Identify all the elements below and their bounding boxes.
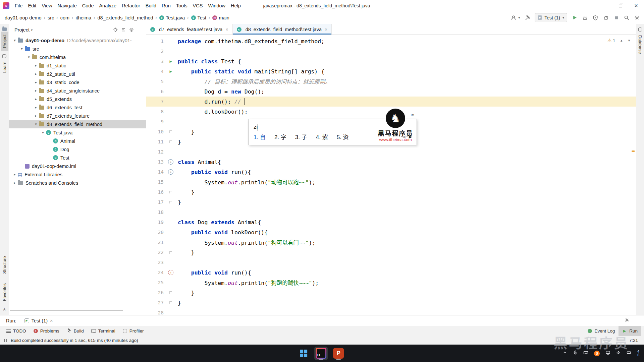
- user-icon[interactable]: [511, 15, 517, 21]
- breadcrumb-item-test[interactable]: cTest: [191, 15, 207, 20]
- run-panel-settings-gear-icon[interactable]: [624, 317, 630, 324]
- code-line[interactable]: 14↓ public void run(){: [146, 167, 636, 177]
- close-tab-icon[interactable]: ×: [225, 27, 228, 32]
- breadcrumb-item-src[interactable]: src: [48, 15, 54, 20]
- tree-item-external-libraries[interactable]: ▸▤External Libraries: [9, 170, 146, 179]
- tree-item-d2-static-util[interactable]: ▸d2_static_util: [9, 70, 146, 78]
- code-line[interactable]: 1package com.itheima.d8_extends_field_me…: [146, 36, 636, 46]
- tool-tab-database[interactable]: Database: [636, 27, 644, 57]
- menu-run[interactable]: Run: [159, 0, 173, 11]
- tree-item-test[interactable]: cTest: [9, 154, 146, 162]
- maximize-button[interactable]: [612, 0, 628, 11]
- code-editor[interactable]: 1package com.itheima.d8_extends_field_me…: [146, 35, 636, 315]
- code-line[interactable]: 23: [146, 257, 636, 267]
- code-line[interactable]: 13↓class Animal{: [146, 157, 636, 167]
- tree-chevron[interactable]: ▸: [33, 105, 39, 110]
- code-line[interactable]: 20 public void lookDoor(){: [146, 227, 636, 237]
- menu-analyze[interactable]: Analyze: [96, 0, 119, 11]
- run-configuration-select[interactable]: ▶ Test (1) ▾: [535, 13, 567, 22]
- breadcrumb-item-main[interactable]: mmain: [212, 15, 229, 20]
- editor-tab-d8-extends-field-method-test-java[interactable]: cd8_extends_field_method\Test.java×: [233, 24, 332, 35]
- breadcrumb-item-itheima[interactable]: itheima: [75, 15, 91, 20]
- prev-problem-icon[interactable]: ▲: [620, 39, 623, 42]
- tree-chevron[interactable]: ▾: [26, 55, 32, 59]
- code-line[interactable]: 24↑ public void run(){: [146, 267, 636, 278]
- battery-icon[interactable]: [627, 350, 632, 356]
- overridden-method-icon[interactable]: ↓: [168, 159, 173, 165]
- project-panel-title[interactable]: Project: [14, 27, 30, 33]
- toolwindow-button-run[interactable]: Run: [619, 326, 641, 336]
- run-line-icon[interactable]: ▶: [169, 69, 172, 74]
- tree-chevron[interactable]: ▸: [33, 88, 39, 93]
- code-line[interactable]: 16 }: [146, 187, 636, 197]
- menu-tools[interactable]: Tools: [173, 0, 190, 11]
- tree-chevron[interactable]: ▸: [12, 181, 18, 185]
- speaker-icon[interactable]: [616, 350, 621, 356]
- code-line[interactable]: 27}: [146, 298, 636, 308]
- breadcrumb-item-d8-extends-field-method[interactable]: d8_extends_field_method: [98, 15, 153, 20]
- tree-item-animal[interactable]: cAnimal: [9, 137, 146, 145]
- taskbar-powerpoint-button[interactable]: P: [332, 347, 345, 360]
- menu-window[interactable]: Window: [205, 0, 228, 11]
- menu-navigate[interactable]: Navigate: [55, 0, 79, 11]
- code-line[interactable]: 22 }: [146, 247, 636, 257]
- toolwindow-button-problems[interactable]: Problems: [30, 326, 63, 336]
- tree-item-day01-oop-demo-iml[interactable]: day01-oop-demo.iml: [9, 162, 146, 170]
- tray-chevron-up-icon[interactable]: [562, 350, 567, 356]
- code-line[interactable]: 15 System.out.println("动物可以跑~~");: [146, 177, 636, 187]
- tree-item-d5-extends[interactable]: ▸d5_extends: [9, 95, 146, 103]
- caret-position[interactable]: 7:21: [629, 338, 638, 343]
- ime-candidate-2[interactable]: 2. 字: [274, 132, 286, 141]
- tree-chevron[interactable]: ▾: [33, 122, 39, 126]
- code-line[interactable]: 12: [146, 147, 636, 157]
- code-line[interactable]: 25 System.out.println("狗跑的贼快~~~");: [146, 278, 636, 288]
- menu-vcs[interactable]: VCS: [190, 0, 206, 11]
- search-everywhere-icon[interactable]: [624, 15, 630, 21]
- close-tab-icon[interactable]: ×: [325, 27, 327, 32]
- hide-panel-icon[interactable]: [137, 27, 143, 33]
- run-with-coverage-button[interactable]: [592, 15, 598, 21]
- minimize-button[interactable]: [597, 0, 612, 11]
- hide-run-panel-icon[interactable]: [636, 319, 639, 322]
- tree-item-d1-static[interactable]: ▸d1_static: [9, 61, 146, 70]
- stop-button[interactable]: [613, 15, 619, 21]
- code-line[interactable]: 21 System.out.println("狗可以看门~~");: [146, 237, 636, 247]
- profiler-button[interactable]: [603, 15, 609, 21]
- breadcrumb-item-day01-oop-demo[interactable]: day01-oop-demo: [5, 15, 42, 20]
- toolwindow-button-terminal[interactable]: Terminal: [88, 326, 119, 336]
- code-line[interactable]: 17}: [146, 197, 636, 207]
- tree-item-d4-static-singleinstance[interactable]: ▸d4_static_singleinstance: [9, 86, 146, 95]
- tree-chevron[interactable]: ▸: [33, 97, 39, 101]
- menu-help[interactable]: Help: [228, 0, 244, 11]
- code-line[interactable]: 6 Dog d = new Dog();: [146, 86, 636, 97]
- tool-tab-project[interactable]: Project: [1, 27, 8, 51]
- collapse-all-icon[interactable]: [120, 27, 126, 33]
- network-icon[interactable]: [605, 350, 610, 356]
- ime-candidate-5[interactable]: 5. 资: [337, 132, 349, 141]
- scrollbar-error-stripe-mark[interactable]: [632, 150, 635, 152]
- tree-chevron[interactable]: ▸: [12, 172, 18, 177]
- toolwindow-button-todo[interactable]: TODO: [3, 326, 30, 336]
- panel-settings-gear-icon[interactable]: [128, 27, 135, 33]
- ime-candidate-4[interactable]: 4. 紫: [316, 132, 328, 141]
- build-hammer-icon[interactable]: [524, 15, 530, 21]
- tree-chevron[interactable]: ▾: [19, 47, 25, 51]
- tree-item-scratches-and-consoles[interactable]: ▸Scratches and Consoles: [9, 179, 146, 187]
- run-line-icon[interactable]: ▶: [169, 59, 172, 64]
- toolwindow-switcher-icon[interactable]: [3, 339, 7, 342]
- run-button[interactable]: [572, 15, 578, 21]
- tree-item-dog[interactable]: cDog: [9, 145, 146, 154]
- horizontal-scrollbar[interactable]: [10, 310, 123, 311]
- breadcrumb-item-test-java[interactable]: cTest.java: [159, 15, 185, 20]
- code-line[interactable]: 18: [146, 207, 636, 217]
- tree-item-src[interactable]: ▾src: [9, 45, 146, 53]
- code-line[interactable]: 7 d.run(); //: [146, 97, 636, 107]
- ime-candidate-3[interactable]: 3. 子: [295, 132, 307, 141]
- tool-tab-learn[interactable]: Learn: [1, 54, 8, 76]
- sogou-ime-icon[interactable]: S: [594, 351, 600, 356]
- tree-item-d6-extends-test[interactable]: ▸d6_extends_test: [9, 103, 146, 112]
- overriding-method-icon[interactable]: ↑: [168, 270, 173, 275]
- next-problem-icon[interactable]: ▼: [628, 39, 631, 42]
- code-line[interactable]: 28: [146, 308, 636, 315]
- tree-chevron[interactable]: ▾: [12, 38, 18, 43]
